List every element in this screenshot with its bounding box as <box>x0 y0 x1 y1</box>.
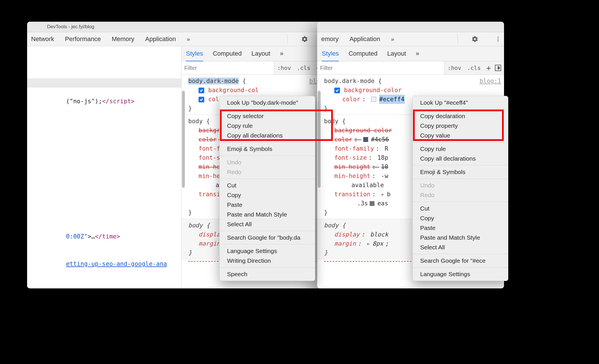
menu-item-copy-property[interactable]: Copy property <box>413 121 508 131</box>
window-titlebar: DevTools - jec.fyi/blog <box>27 22 334 32</box>
tab-application[interactable]: Application <box>349 35 380 43</box>
kebab-icon[interactable] <box>492 36 504 42</box>
decl-enable-checkbox[interactable] <box>199 97 204 102</box>
menu-item-paste-match[interactable]: Paste and Match Style <box>413 233 508 242</box>
menu-item-redo: Redo <box>220 167 315 177</box>
css-selector[interactable]: body <box>324 222 339 229</box>
css-value-selected[interactable]: #eceff4 <box>379 95 405 104</box>
menu-separator <box>220 267 315 268</box>
decl-enable-checkbox[interactable] <box>334 88 340 93</box>
scrollbar-thumb[interactable] <box>318 91 321 188</box>
menu-separator <box>413 165 508 165</box>
menu-item-copy-all[interactable]: Copy all declarations <box>413 154 508 163</box>
cls-button[interactable]: .cls <box>464 64 483 71</box>
menu-item-language[interactable]: Language Settings <box>220 246 315 256</box>
decl-enable-checkbox[interactable] <box>199 88 204 93</box>
source-highlight-bar <box>27 78 181 88</box>
menu-item-select-all[interactable]: Select All <box>413 242 508 252</box>
styles-filter-row: :hov .cls + <box>181 61 334 75</box>
styles-filter-input[interactable] <box>317 61 445 74</box>
menu-separator <box>413 267 508 268</box>
css-declaration[interactable]: background-col <box>188 86 331 95</box>
css-selector[interactable]: body.dark-mode <box>188 78 239 84</box>
menu-item-undo: Undo <box>413 181 508 190</box>
styles-subtabbar: Styles Computed Layout » <box>317 46 504 61</box>
styles-subtabbar: Styles Computed Layout » <box>181 46 334 61</box>
menu-item-writing-dir[interactable]: Writing Direction <box>220 256 315 266</box>
hov-button[interactable]: :hov <box>445 64 464 71</box>
menu-item-redo: Redo <box>413 190 508 200</box>
rule-source-link[interactable]: blog:1 <box>479 76 501 86</box>
menu-item-emoji[interactable]: Emoji & Symbols <box>413 167 508 177</box>
easing-icon[interactable] <box>370 201 375 206</box>
svg-point-3 <box>497 37 499 38</box>
tab-more-icon[interactable]: » <box>391 36 394 43</box>
menu-item-paste-match[interactable]: Paste and Match Style <box>220 210 315 219</box>
menu-item-cut[interactable]: Cut <box>220 181 315 190</box>
shorthand-expand-icon[interactable]: ▸ <box>367 239 370 248</box>
css-selector[interactable]: body <box>324 118 339 125</box>
menu-item-paste[interactable]: Paste <box>413 223 508 233</box>
tab-memory[interactable]: emory <box>321 35 339 43</box>
shorthand-expand-icon[interactable]: ▸ <box>381 190 385 199</box>
subtab-computed[interactable]: Computed <box>349 50 378 57</box>
menu-item-emoji[interactable]: Emoji & Symbols <box>220 144 315 154</box>
gear-icon[interactable] <box>298 36 311 43</box>
css-selector[interactable]: body <box>188 118 203 125</box>
menu-item-copy-all[interactable]: Copy all declarations <box>220 131 315 140</box>
hov-button[interactable]: :hov <box>274 64 294 71</box>
menu-item-copy[interactable]: Copy <box>220 190 315 200</box>
source-line: ("no-js");</script​> <box>27 88 181 115</box>
source-line: 0:00Z">…</time> <box>27 223 181 250</box>
svg-point-4 <box>497 39 499 40</box>
gear-icon[interactable] <box>469 36 481 43</box>
tab-network[interactable]: Network <box>31 35 54 43</box>
css-selector[interactable]: body <box>188 222 203 229</box>
menu-item-search-google[interactable]: Search Google for "#ece <box>413 256 508 266</box>
menu-item-paste[interactable]: Paste <box>220 200 315 210</box>
css-selector[interactable]: body.dark-mode <box>324 78 375 84</box>
subtab-layout[interactable]: Layout <box>387 50 406 57</box>
menu-item-copy-declaration[interactable]: Copy declaration <box>413 111 508 121</box>
subtab-more-icon[interactable]: » <box>280 50 284 57</box>
menu-item-select-all[interactable]: Select All <box>220 219 315 229</box>
tab-application[interactable]: Application <box>145 35 176 43</box>
tab-memory[interactable]: Memory <box>112 35 134 43</box>
svg-point-5 <box>497 41 499 42</box>
css-declaration[interactable]: background-color <box>324 86 501 95</box>
tab-more-icon[interactable]: » <box>187 36 190 43</box>
scrollbar-thumb[interactable] <box>182 91 185 188</box>
menu-item-lookup[interactable]: Look Up "#eceff4" <box>413 98 508 108</box>
cls-button[interactable]: .cls <box>294 64 313 71</box>
color-swatch-icon[interactable] <box>371 97 376 102</box>
menu-item-copy-value[interactable]: Copy value <box>413 131 508 140</box>
menu-separator <box>413 142 508 142</box>
menu-separator <box>220 179 315 179</box>
styles-filter-input[interactable] <box>181 61 274 74</box>
subtab-styles[interactable]: Styles <box>186 50 203 62</box>
menu-item-copy-selector[interactable]: Copy selector <box>220 111 315 121</box>
menu-item-copy-rule[interactable]: Copy rule <box>220 121 315 131</box>
menu-item-cut[interactable]: Cut <box>413 204 508 213</box>
subtab-more-icon[interactable]: » <box>416 50 419 57</box>
tab-performance[interactable]: Performance <box>65 35 101 43</box>
subtab-styles[interactable]: Styles <box>322 50 339 62</box>
menu-item-copy[interactable]: Copy <box>413 213 508 223</box>
window-title: DevTools - jec.fyi/blog <box>47 24 94 30</box>
color-swatch-icon[interactable] <box>363 137 368 142</box>
toolbar-divider <box>458 35 458 44</box>
menu-item-speech[interactable]: Speech <box>220 269 315 279</box>
subtab-computed[interactable]: Computed <box>213 50 242 57</box>
menu-item-search-google[interactable]: Search Google for "body.da <box>220 233 315 242</box>
menu-item-language[interactable]: Language Settings <box>413 269 508 279</box>
main-tabbar: Network Performance Memory Application » <box>27 32 334 46</box>
context-menu: Look Up "#eceff4" Copy declaration Copy … <box>412 96 508 281</box>
menu-item-lookup[interactable]: Look Up "body.dark-mode" <box>220 98 315 108</box>
new-rule-button[interactable]: + <box>483 64 494 72</box>
subtab-layout[interactable]: Layout <box>251 50 270 57</box>
toggle-sidebar-icon[interactable] <box>495 65 501 71</box>
source-pane[interactable]: ("no-js");</script​> 0:00Z">…</time> ett… <box>27 46 181 288</box>
menu-item-copy-rule[interactable]: Copy rule <box>413 144 508 154</box>
source-link[interactable]: etting-up-seo-and-google-ana <box>27 250 181 278</box>
canvas: DevTools - jec.fyi/blog Network Performa… <box>0 0 599 364</box>
